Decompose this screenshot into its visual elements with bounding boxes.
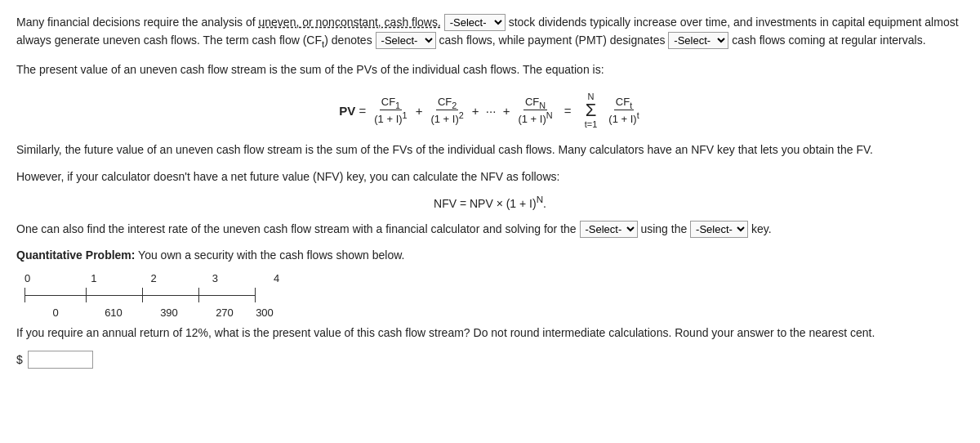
pv-intro: The present value of an uneven cash flow… — [16, 60, 964, 78]
sigma-bottom: t=1 — [585, 119, 598, 129]
quant-bold: Quantitative Problem: — [16, 248, 135, 262]
sigma-fraction: CFt (1 + I)t — [607, 96, 640, 126]
intro-line1-post3: cash flows, while payment (PMT) designat… — [439, 34, 668, 47]
fv-intro2: However, if your calculator doesn't have… — [16, 168, 964, 186]
nfv-equation-block: NFV = NPV × (1 + I)N. — [16, 194, 964, 210]
dollar-sign: $ — [16, 353, 23, 366]
interest-post: using the — [640, 222, 690, 235]
period-3-label: 3 — [212, 272, 218, 284]
interest-post2: key. — [751, 222, 772, 235]
cashflow-2: 390 — [160, 307, 178, 319]
cf1-fraction: CF1 (1 + I)1 — [372, 96, 408, 126]
answer-input[interactable] — [28, 351, 93, 369]
fv-intro1: Similarly, the future value of an uneven… — [16, 141, 964, 159]
period-0-label: 0 — [24, 272, 30, 284]
quant-problem-line: Quantitative Problem: You own a security… — [16, 246, 964, 264]
select-5[interactable]: -Select- I/YR N PMT FV PV — [690, 221, 748, 238]
pv-equation: PV = CF1 (1 + I)1 + CF2 (1 + I)2 + ··· +… — [339, 92, 640, 129]
period-1-label: 1 — [91, 272, 96, 284]
cashflow-0: 0 — [52, 307, 58, 319]
cashflow-3: 270 — [216, 307, 234, 319]
cashflow-4: 300 — [256, 307, 274, 319]
pv-label: PV = — [339, 104, 366, 118]
sigma-symbol: Σ — [586, 101, 597, 119]
question-text: If you require an annual return of 12%, … — [16, 324, 964, 342]
equals: = — [561, 104, 575, 118]
cfN-fraction: CFN (1 + I)N — [516, 96, 554, 126]
quant-text: You own a security with the cash flows s… — [135, 248, 404, 262]
timeline-section: 0 1 2 3 4 — [16, 272, 964, 319]
interest-rate-line: One can also find the interest rate of t… — [16, 220, 964, 238]
select-3[interactable]: -Select- irregular regular annuity — [668, 32, 728, 49]
plus1: + — [416, 104, 423, 118]
period-4-label: 4 — [274, 272, 279, 284]
sigma-block: N Σ t=1 — [585, 92, 598, 129]
nfv-equation: NFV = NPV × (1 + I)N. — [434, 194, 546, 210]
intro-line1-post4: cash flows coming at regular intervals. — [732, 34, 925, 47]
intro-line1-pre: Many financial decisions require the ana… — [16, 16, 259, 29]
interest-pre: One can also find the interest rate of t… — [16, 222, 577, 235]
pv-equation-block: PV = CF1 (1 + I)1 + CF2 (1 + I)2 + ··· +… — [16, 92, 964, 129]
plus2: + ··· + — [472, 104, 510, 118]
intro-underline: uneven, or nonconstant, cash flows. — [259, 16, 441, 29]
answer-row: $ — [16, 351, 964, 369]
select-1[interactable]: -Select- Irregular Regular Annuity — [444, 14, 506, 31]
select-4[interactable]: -Select- I/YR N PMT FV PV — [580, 221, 638, 238]
cashflow-1: 610 — [105, 307, 122, 319]
cf2-fraction: CF2 (1 + I)2 — [429, 96, 465, 126]
period-2-label: 2 — [150, 272, 156, 284]
intro-paragraph: Many financial decisions require the ana… — [16, 13, 964, 52]
select-2[interactable]: -Select- irregular regular annuity — [376, 32, 436, 49]
